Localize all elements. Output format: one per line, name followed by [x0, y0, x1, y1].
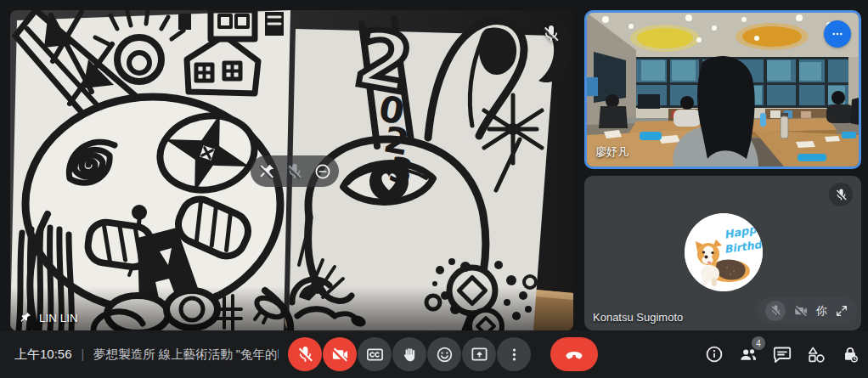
mute-participant-button[interactable] — [284, 161, 306, 183]
captions-icon — [365, 345, 385, 364]
clock: 上午10:56 — [14, 347, 72, 363]
mic-off-icon — [296, 345, 315, 364]
captions-button[interactable] — [358, 337, 392, 371]
end-call-icon — [563, 343, 585, 365]
host-controls-icon — [840, 344, 860, 364]
speaker-video-tile[interactable]: 廖妤凡 — [584, 10, 861, 169]
remove-participant-button[interactable] — [312, 161, 334, 183]
main-participant-name-tag: LIN LIN — [19, 311, 78, 324]
participant-name: LIN LIN — [39, 312, 78, 324]
panel-controls: 4 — [704, 330, 860, 378]
minus-circle-icon — [313, 162, 332, 181]
mic-off-icon — [285, 162, 304, 181]
host-controls-button[interactable] — [840, 344, 860, 364]
self-name-tag: Konatsu Sugimoto — [593, 311, 683, 324]
mic-off-icon — [541, 24, 561, 44]
present-icon — [470, 345, 489, 364]
unpin-button[interactable] — [256, 161, 278, 183]
present-button[interactable] — [462, 337, 496, 371]
avatar: Happy Birthday — [685, 213, 763, 291]
pin-off-icon — [257, 162, 276, 181]
meeting-control-bar: 上午10:56 | 夢想製造所 線上藝術活動 "兔年的即興... — [0, 330, 868, 378]
speaker-name-tag: 廖妤凡 — [595, 144, 628, 160]
call-controls — [288, 337, 598, 371]
more-options-icon — [830, 26, 845, 42]
participant-muted-indicator — [541, 24, 561, 44]
corgi-birthday-avatar: Happy Birthday — [685, 213, 763, 291]
self-video-tile[interactable]: Happy Birthday 你 Konatsu Sugimoto — [584, 176, 861, 330]
mic-off-icon — [834, 188, 848, 202]
participant-hover-actions — [251, 155, 339, 187]
meeting-details-button[interactable] — [704, 344, 724, 364]
meeting-title: 夢想製造所 線上藝術活動 "兔年的即興... — [93, 347, 279, 363]
reactions-icon — [435, 345, 454, 364]
people-button[interactable]: 4 — [738, 344, 758, 364]
raise-hand-button[interactable] — [392, 337, 426, 371]
pin-icon — [19, 311, 32, 324]
more-options-button[interactable] — [497, 337, 531, 371]
mic-toggle-button[interactable] — [288, 337, 322, 371]
meeting-info: 上午10:56 | 夢想製造所 線上藝術活動 "兔年的即興... — [14, 330, 279, 378]
separator: | — [82, 347, 85, 361]
more-vert-icon — [504, 345, 524, 364]
tile-more-options-button[interactable] — [824, 20, 851, 48]
main-video-tile[interactable]: 2 0 2 3 LIN LIN — [10, 10, 573, 330]
speaker-video-feed — [587, 13, 859, 166]
end-call-button[interactable] — [550, 337, 598, 371]
self-mic-button[interactable] — [765, 301, 786, 321]
raise-hand-icon — [400, 345, 420, 364]
mic-off-icon — [769, 304, 782, 317]
participant-count-badge: 4 — [752, 336, 765, 350]
camera-off-icon[interactable] — [793, 303, 809, 319]
reactions-button[interactable] — [427, 337, 461, 371]
chat-button[interactable] — [772, 344, 792, 364]
self-quick-controls: 你 — [757, 297, 857, 324]
camera-toggle-button[interactable] — [323, 337, 357, 371]
expand-icon[interactable] — [835, 304, 848, 318]
camera-off-icon — [330, 345, 350, 364]
info-icon — [704, 344, 724, 364]
activities-button[interactable] — [806, 344, 826, 364]
self-muted-indicator — [829, 183, 853, 206]
activities-icon — [806, 344, 826, 364]
chat-icon — [772, 344, 792, 364]
you-label: 你 — [816, 303, 827, 319]
